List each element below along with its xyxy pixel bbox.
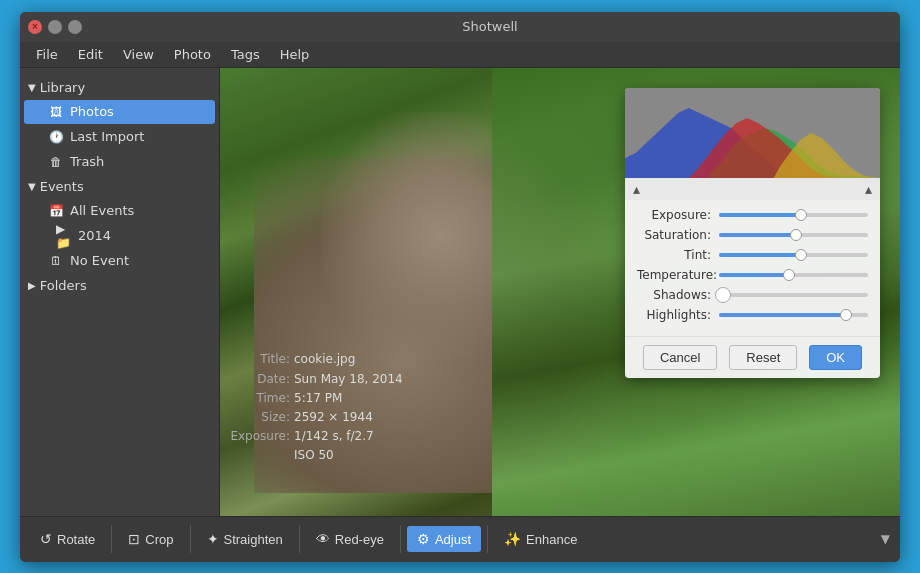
sidebar: ▼ Library 🖼 Photos 🕐 Last Import 🗑 Trash…: [20, 68, 220, 516]
exposure-label: Exposure:: [230, 427, 290, 446]
tint-fill: [719, 253, 801, 257]
straighten-icon: ✦: [207, 531, 219, 547]
highlights-track[interactable]: [719, 313, 868, 317]
cancel-button[interactable]: Cancel: [643, 345, 717, 370]
sidebar-item-last-import[interactable]: 🕐 Last Import: [24, 125, 215, 149]
sidebar-item-all-events[interactable]: 📅 All Events: [24, 199, 215, 223]
all-events-icon: 📅: [48, 203, 64, 219]
main-content: ▼ Library 🖼 Photos 🕐 Last Import 🗑 Trash…: [20, 68, 900, 516]
saturation-row: Saturation:: [637, 228, 868, 242]
iso-label: [230, 446, 290, 465]
ok-button[interactable]: OK: [809, 345, 862, 370]
crop-label: Crop: [145, 532, 173, 547]
redeye-icon: 👁: [316, 531, 330, 547]
adjust-button[interactable]: ⚙ Adjust: [407, 526, 481, 552]
redeye-button[interactable]: 👁 Red-eye: [306, 526, 394, 552]
shadows-track[interactable]: [719, 293, 868, 297]
rotate-button[interactable]: ↺ Rotate: [30, 526, 105, 552]
enhance-icon: ✨: [504, 531, 521, 547]
sidebar-item-trash[interactable]: 🗑 Trash: [24, 150, 215, 174]
shadows-row: Shadows:: [637, 288, 868, 302]
sidebar-item-no-event[interactable]: 🗓 No Event: [24, 249, 215, 273]
iso-value: ISO 50: [294, 446, 334, 465]
separator-1: [111, 525, 112, 553]
exposure-thumb[interactable]: [795, 209, 807, 221]
reset-button[interactable]: Reset: [729, 345, 797, 370]
close-button[interactable]: ×: [28, 20, 42, 34]
title-value: cookie.jpg: [294, 350, 355, 369]
rotate-icon: ↺: [40, 531, 52, 547]
exposure-track[interactable]: [719, 213, 868, 217]
enhance-button[interactable]: ✨ Enhance: [494, 526, 587, 552]
saturation-fill: [719, 233, 796, 237]
adjust-panel: ▴ ▴ Exposure: Saturation:: [625, 88, 880, 378]
tint-thumb[interactable]: [795, 249, 807, 261]
saturation-thumb[interactable]: [790, 229, 802, 241]
menu-file[interactable]: File: [28, 45, 66, 64]
no-event-label: No Event: [70, 253, 129, 268]
sidebar-item-photos[interactable]: 🖼 Photos: [24, 100, 215, 124]
temperature-label: Temperature:: [637, 268, 719, 282]
adjust-label: Adjust: [435, 532, 471, 547]
last-import-icon: 🕐: [48, 129, 64, 145]
exposure-row: Exposure:: [637, 208, 868, 222]
size-label: Size:: [230, 408, 290, 427]
exposure-label: Exposure:: [637, 208, 719, 222]
2014-label: 2014: [78, 228, 111, 243]
menu-photo[interactable]: Photo: [166, 45, 219, 64]
saturation-track[interactable]: [719, 233, 868, 237]
tint-track[interactable]: [719, 253, 868, 257]
highlights-label: Highlights:: [637, 308, 719, 322]
sidebar-section-library[interactable]: ▼ Library: [20, 76, 219, 99]
temperature-row: Temperature:: [637, 268, 868, 282]
straighten-button[interactable]: ✦ Straighten: [197, 526, 293, 552]
temperature-fill: [719, 273, 789, 277]
restore-button[interactable]: [68, 20, 82, 34]
saturation-label: Saturation:: [637, 228, 719, 242]
time-value: 5:17 PM: [294, 389, 342, 408]
shadows-label: Shadows:: [637, 288, 719, 302]
menu-edit[interactable]: Edit: [70, 45, 111, 64]
histogram-left-handle[interactable]: ▴: [633, 181, 640, 197]
highlights-fill: [719, 313, 846, 317]
folders-label: Folders: [40, 278, 87, 293]
menu-view[interactable]: View: [115, 45, 162, 64]
sidebar-section-events[interactable]: ▼ Events: [20, 175, 219, 198]
folder-icon: ▶ 📁: [56, 228, 72, 244]
histogram-right-handle[interactable]: ▴: [865, 181, 872, 197]
crop-button[interactable]: ⊡ Crop: [118, 526, 183, 552]
sliders-area: Exposure: Saturation:: [625, 200, 880, 336]
temperature-thumb[interactable]: [783, 269, 795, 281]
metadata-panel: Title: cookie.jpg Date: Sun May 18, 2014…: [230, 350, 403, 465]
highlights-thumb[interactable]: [840, 309, 852, 321]
menu-help[interactable]: Help: [272, 45, 318, 64]
redeye-label: Red-eye: [335, 532, 384, 547]
date-value: Sun May 18, 2014: [294, 370, 403, 389]
toolbar-more-arrow[interactable]: ▼: [881, 532, 890, 546]
minimize-button[interactable]: [48, 20, 62, 34]
temperature-track[interactable]: [719, 273, 868, 277]
bottom-toolbar: ↺ Rotate ⊡ Crop ✦ Straighten 👁 Red-eye ⚙…: [20, 516, 900, 562]
trash-label: Trash: [70, 154, 104, 169]
photos-label: Photos: [70, 104, 114, 119]
exposure-fill: [719, 213, 801, 217]
separator-3: [299, 525, 300, 553]
time-label: Time:: [230, 389, 290, 408]
library-label: Library: [40, 80, 85, 95]
enhance-label: Enhance: [526, 532, 577, 547]
crop-icon: ⊡: [128, 531, 140, 547]
shadows-thumb[interactable]: [715, 287, 731, 303]
histogram: [625, 88, 880, 178]
all-events-label: All Events: [70, 203, 134, 218]
sidebar-section-folders[interactable]: ▶ Folders: [20, 274, 219, 297]
date-label: Date:: [230, 370, 290, 389]
main-window: × Shotwell File Edit View Photo Tags Hel…: [20, 12, 900, 562]
histogram-controls: ▴ ▴: [625, 178, 880, 200]
menu-tags[interactable]: Tags: [223, 45, 268, 64]
highlights-row: Highlights:: [637, 308, 868, 322]
photo-area[interactable]: Title: cookie.jpg Date: Sun May 18, 2014…: [220, 68, 900, 516]
sidebar-item-2014[interactable]: ▶ 📁 2014: [24, 224, 215, 248]
separator-5: [487, 525, 488, 553]
trash-icon: 🗑: [48, 154, 64, 170]
folders-arrow-icon: ▶: [28, 280, 36, 291]
